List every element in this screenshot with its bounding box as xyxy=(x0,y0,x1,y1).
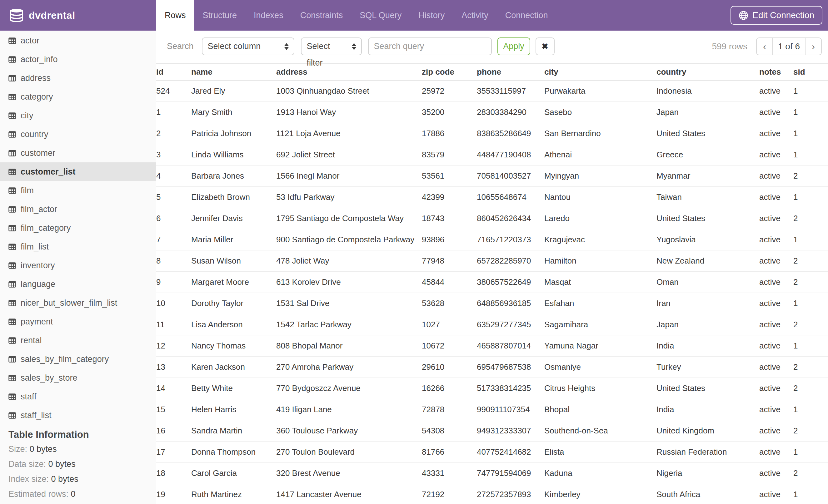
cell-name: Patricia Johnson xyxy=(191,123,276,144)
sidebar-item-film_actor[interactable]: film_actor xyxy=(0,200,156,219)
cell-phone: 407752414682 xyxy=(477,442,544,463)
sidebar-item-country[interactable]: country xyxy=(0,125,156,144)
table-row[interactable]: 14Betty White770 Bydgoszcz Avenue1626651… xyxy=(156,378,828,399)
cell-zip-code: 81766 xyxy=(422,442,477,463)
sidebar-item-inventory[interactable]: inventory xyxy=(0,256,156,275)
apply-button[interactable]: Apply xyxy=(497,38,530,55)
column-header-id[interactable]: id xyxy=(156,64,191,81)
cell-zip-code: 25972 xyxy=(422,81,477,102)
table-row[interactable]: 16Sandra Martin360 Toulouse Parkway54308… xyxy=(156,420,828,442)
cell-sid: 2 xyxy=(793,357,828,378)
cell-id: 1 xyxy=(156,102,191,123)
nav-tab-rows[interactable]: Rows xyxy=(156,0,194,31)
table-row[interactable]: 4Barbara Jones1566 Inegl Manor5356170581… xyxy=(156,166,828,187)
column-header-zip-code[interactable]: zip code xyxy=(422,64,477,81)
filter-select[interactable]: Select filter xyxy=(301,38,362,55)
sidebar-item-actor_info[interactable]: actor_info xyxy=(0,50,156,69)
cell-notes: active xyxy=(759,442,793,463)
cell-address: 613 Korolev Drive xyxy=(276,272,422,293)
column-header-city[interactable]: city xyxy=(544,64,657,81)
cell-zip-code: 42399 xyxy=(422,187,477,208)
table-row[interactable]: 9Margaret Moore613 Korolev Drive45844380… xyxy=(156,272,828,293)
previous-page-button[interactable]: ‹ xyxy=(756,38,773,55)
nav-tab-indexes[interactable]: Indexes xyxy=(245,0,292,31)
sidebar-item-actor[interactable]: actor xyxy=(0,31,156,50)
table-row[interactable]: 13Karen Jackson270 Amroha Parkway2961069… xyxy=(156,357,828,378)
sidebar-item-film[interactable]: film xyxy=(0,181,156,200)
table-row[interactable]: 524Jared Ely1003 Qinhuangdao Street25972… xyxy=(156,81,828,102)
table-name: rental xyxy=(20,336,42,346)
nav-tab-structure[interactable]: Structure xyxy=(194,0,246,31)
sidebar-item-staff_list[interactable]: staff_list xyxy=(0,406,156,425)
table-grid-icon xyxy=(8,131,16,138)
cell-name: Jennifer Davis xyxy=(191,208,276,229)
sidebar-item-language[interactable]: language xyxy=(0,275,156,293)
sidebar-item-film_list[interactable]: film_list xyxy=(0,237,156,256)
table-row[interactable]: 17Donna Thompson270 Toulon Boulevard8176… xyxy=(156,442,828,463)
nav-tab-sql-query[interactable]: SQL Query xyxy=(351,0,410,31)
sidebar-item-category[interactable]: category xyxy=(0,87,156,106)
cell-city: Yamuna Nagar xyxy=(544,335,657,357)
table-row[interactable]: 6Jennifer Davis1795 Santiago de Composte… xyxy=(156,208,828,229)
sidebar-item-city[interactable]: city xyxy=(0,106,156,125)
table-row[interactable]: 19Ruth Martinez1417 Lancaster Avenue7219… xyxy=(156,484,828,504)
table-row[interactable]: 7Maria Miller900 Santiago de Compostela … xyxy=(156,229,828,250)
sidebar-item-customer_list[interactable]: customer_list xyxy=(0,163,156,181)
column-header-name[interactable]: name xyxy=(191,64,276,81)
sidebar-item-staff[interactable]: staff xyxy=(0,387,156,406)
pagination: ‹ 1 of 6 › xyxy=(756,38,822,55)
table-name: film_list xyxy=(20,242,49,252)
table-row[interactable]: 8Susan Wilson478 Joliet Way7794865728228… xyxy=(156,250,828,272)
table-row[interactable]: 12Nancy Thomas808 Bhopal Manor1067246588… xyxy=(156,335,828,357)
cell-phone: 465887807014 xyxy=(477,335,544,357)
column-header-sid[interactable]: sid xyxy=(793,64,828,81)
column-header-notes[interactable]: notes xyxy=(759,64,793,81)
globe-icon xyxy=(739,11,748,20)
cell-name: Carol Garcia xyxy=(191,463,276,484)
cell-phone: 635297277345 xyxy=(477,314,544,335)
table-row[interactable]: 3Linda Williams692 Joliet Street83579448… xyxy=(156,144,828,166)
clear-search-button[interactable]: ✖ xyxy=(536,38,554,55)
sidebar-item-sales_by_store[interactable]: sales_by_store xyxy=(0,368,156,387)
sidebar-item-payment[interactable]: payment xyxy=(0,312,156,331)
column-header-country[interactable]: country xyxy=(657,64,759,81)
cell-notes: active xyxy=(759,123,793,144)
table-row[interactable]: 5Elizabeth Brown53 Idfu Parkway423991065… xyxy=(156,187,828,208)
table-name: country xyxy=(20,130,48,139)
column-header-phone[interactable]: phone xyxy=(477,64,544,81)
cell-country: India xyxy=(657,399,759,420)
nav-tab-activity[interactable]: Activity xyxy=(453,0,497,31)
cell-id: 6 xyxy=(156,208,191,229)
table-row[interactable]: 2Patricia Johnson1121 Loja Avenue1788683… xyxy=(156,123,828,144)
nav-tab-history[interactable]: History xyxy=(410,0,453,31)
cell-notes: active xyxy=(759,378,793,399)
nav-tab-constraints[interactable]: Constraints xyxy=(292,0,351,31)
sidebar-item-address[interactable]: address xyxy=(0,69,156,87)
table-row[interactable]: 18Carol Garcia320 Brest Avenue4333174779… xyxy=(156,463,828,484)
table-row[interactable]: 10Dorothy Taylor1531 Sal Drive5362864885… xyxy=(156,293,828,314)
cell-address: 692 Joliet Street xyxy=(276,144,422,166)
cell-id: 18 xyxy=(156,463,191,484)
search-query-input[interactable] xyxy=(368,38,492,55)
cell-city: Kaduna xyxy=(544,463,657,484)
table-row[interactable]: 1Mary Smith1913 Hanoi Way352002830338429… xyxy=(156,102,828,123)
sidebar-item-film_category[interactable]: film_category xyxy=(0,219,156,237)
sidebar-item-customer[interactable]: customer xyxy=(0,144,156,163)
table-name: film_actor xyxy=(20,204,57,214)
nav-tab-connection[interactable]: Connection xyxy=(497,0,556,31)
column-select[interactable]: Select column xyxy=(202,38,294,55)
cell-zip-code: 35200 xyxy=(422,102,477,123)
cell-address: 53 Idfu Parkway xyxy=(276,187,422,208)
next-page-button[interactable]: › xyxy=(805,38,822,55)
cell-country: Myanmar xyxy=(657,166,759,187)
sidebar-item-rental[interactable]: rental xyxy=(0,331,156,350)
table-row[interactable]: 11Lisa Anderson1542 Tarlac Parkway102763… xyxy=(156,314,828,335)
table-information-rows: Size: 0 bytesData size: 0 bytesIndex siz… xyxy=(8,442,156,502)
column-header-address[interactable]: address xyxy=(276,64,422,81)
cell-zip-code: 18743 xyxy=(422,208,477,229)
edit-connection-button[interactable]: Edit Connection xyxy=(731,6,822,25)
table-row[interactable]: 15Helen Harris419 Iligan Lane72878990911… xyxy=(156,399,828,420)
cell-phone: 695479687538 xyxy=(477,357,544,378)
sidebar-item-nicer_but_slower_film_list[interactable]: nicer_but_slower_film_list xyxy=(0,293,156,312)
sidebar-item-sales_by_film_category[interactable]: sales_by_film_category xyxy=(0,350,156,368)
